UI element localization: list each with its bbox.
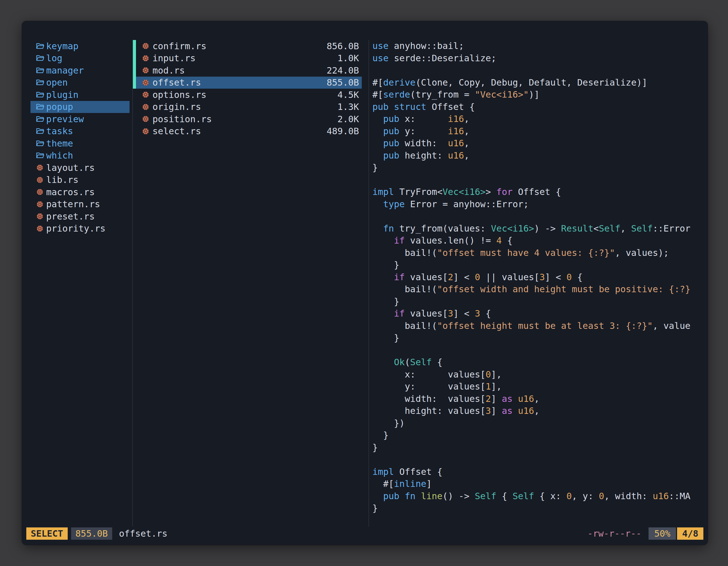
selection-marker <box>133 113 136 125</box>
mode-badge: SELECT <box>26 527 68 540</box>
file-permissions: -rw-r--r-- <box>588 528 642 539</box>
file-row-options-rs[interactable]: options.rs4.5K <box>133 89 368 101</box>
sidebar-item-priority-rs[interactable]: priority.rs <box>30 223 130 235</box>
code-line: width: values[2] as u16, <box>372 393 708 405</box>
code-line: use serde::Deserialize; <box>372 52 708 65</box>
sidebar-item-label: keymap <box>46 41 79 51</box>
sidebar-item-open[interactable]: open <box>30 77 130 89</box>
sidebar-item-preset-rs[interactable]: preset.rs <box>30 210 130 223</box>
sidebar-item-pattern-rs[interactable]: pattern.rs <box>30 198 130 211</box>
code-line: y: values[1], <box>372 380 708 393</box>
parent-directory-pane: keymap log manager open plugin popup pre… <box>22 40 130 527</box>
code-line: pub fn line() -> Self { Self { x: 0, y: … <box>372 490 708 502</box>
file-preview-pane: use anyhow::bail;use serde::Deserialize;… <box>369 40 708 527</box>
file-row-input-rs[interactable]: input.rs1.0K <box>133 52 368 65</box>
code-line: pub y: i16, <box>372 125 708 138</box>
folder-icon <box>36 67 46 74</box>
sidebar-item-lib-rs[interactable]: lib.rs <box>30 174 130 186</box>
code-line <box>372 174 708 186</box>
sidebar-item-theme[interactable]: theme <box>30 137 130 150</box>
code-line: } <box>372 332 708 344</box>
sidebar-item-plugin[interactable]: plugin <box>30 89 130 101</box>
file-manager-content: keymap log manager open plugin popup pre… <box>22 21 708 527</box>
selection-marker <box>133 64 136 77</box>
selection-marker <box>133 89 136 101</box>
rust-file-icon <box>142 42 152 50</box>
sidebar-item-label: macros.rs <box>46 187 95 198</box>
folder-icon <box>36 152 46 159</box>
folder-icon <box>36 128 46 135</box>
current-directory-pane: confirm.rs856.0B input.rs1.0K mod.rs224.… <box>132 40 369 527</box>
code-line: } <box>372 441 708 454</box>
folder-icon <box>36 43 46 50</box>
sidebar-item-label: plugin <box>46 90 79 100</box>
sidebar-item-label: priority.rs <box>46 223 105 234</box>
file-row-origin-rs[interactable]: origin.rs1.3K <box>133 101 368 113</box>
file-size: 224.0B <box>327 65 359 76</box>
rust-file-icon <box>142 103 152 111</box>
selection-marker <box>133 125 136 138</box>
code-line: }) <box>372 417 708 429</box>
sidebar-item-tasks[interactable]: tasks <box>30 125 130 138</box>
terminal-window: keymap log manager open plugin popup pre… <box>22 21 708 545</box>
file-name: mod.rs <box>152 65 185 76</box>
sidebar-item-layout-rs[interactable]: layout.rs <box>30 162 130 174</box>
file-row-position-rs[interactable]: position.rs2.0K <box>133 113 368 125</box>
file-row-offset-rs[interactable]: offset.rs855.0B <box>133 77 368 89</box>
code-line: if values.len() != 4 { <box>372 235 708 247</box>
rust-file-icon <box>36 225 46 233</box>
code-line: #[inline] <box>372 478 708 490</box>
code-line: type Error = anyhow::Error; <box>372 198 708 211</box>
sidebar-item-label: log <box>46 53 62 64</box>
code-line: if values[3] < 3 { <box>372 307 708 320</box>
code-line: fn try_from(values: Vec<i16>) -> Result<… <box>372 223 708 235</box>
file-row-confirm-rs[interactable]: confirm.rs856.0B <box>133 40 368 52</box>
rust-file-icon <box>36 213 46 220</box>
file-row-select-rs[interactable]: select.rs489.0B <box>133 125 368 138</box>
sidebar-item-log[interactable]: log <box>30 52 130 65</box>
selection-marker <box>133 101 136 113</box>
file-size-badge: 855.0B <box>71 527 112 540</box>
file-row-content: confirm.rs856.0B <box>136 40 362 52</box>
sidebar-item-label: preset.rs <box>46 211 95 222</box>
rust-file-icon <box>142 79 152 86</box>
code-line: #[serde(try_from = "Vec<i16>")] <box>372 89 708 101</box>
code-line: } <box>372 502 708 515</box>
sidebar-item-label: lib.rs <box>46 175 79 185</box>
file-size: 855.0B <box>327 77 359 88</box>
sidebar-item-keymap[interactable]: keymap <box>30 40 130 52</box>
sidebar-item-label: theme <box>46 138 73 149</box>
selection-marker <box>133 52 136 65</box>
code-line: bail!("offset width and height must be p… <box>372 283 708 295</box>
file-row-content: origin.rs1.3K <box>136 101 362 113</box>
folder-icon <box>36 91 46 98</box>
code-line: impl TryFrom<Vec<i16>> for Offset { <box>372 186 708 198</box>
rust-file-icon <box>142 91 152 98</box>
file-size: 1.0K <box>337 53 359 64</box>
code-line <box>372 454 708 466</box>
sidebar-item-label: preview <box>46 114 84 125</box>
sidebar-item-label: pattern.rs <box>46 199 100 210</box>
status-filename: offset.rs <box>119 528 167 539</box>
code-line: } <box>372 295 708 308</box>
selection-marker <box>133 40 136 52</box>
file-row-mod-rs[interactable]: mod.rs224.0B <box>133 64 368 77</box>
code-line <box>372 344 708 356</box>
file-size: 856.0B <box>327 41 359 51</box>
sidebar-item-manager[interactable]: manager <box>30 64 130 77</box>
rust-file-icon <box>36 176 46 184</box>
sidebar-item-label: open <box>46 77 68 88</box>
sidebar-item-macros-rs[interactable]: macros.rs <box>30 186 130 198</box>
file-size: 4.5K <box>337 90 359 100</box>
rust-file-icon <box>142 55 152 62</box>
code-line: x: values[0], <box>372 368 708 381</box>
sidebar-item-preview[interactable]: preview <box>30 113 130 125</box>
code-line: pub width: u16, <box>372 137 708 150</box>
sidebar-item-which[interactable]: which <box>30 150 130 162</box>
sidebar-item-popup[interactable]: popup <box>30 101 130 113</box>
folder-icon <box>36 103 46 111</box>
code-line: use anyhow::bail; <box>372 40 708 52</box>
code-line: } <box>372 429 708 441</box>
sidebar-item-label: which <box>46 150 73 161</box>
file-name: options.rs <box>152 90 206 100</box>
